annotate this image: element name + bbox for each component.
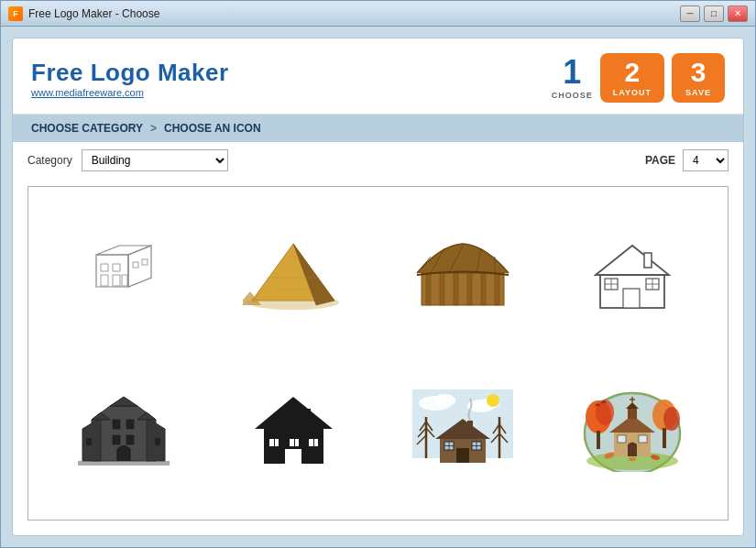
svg-rect-107	[628, 408, 637, 419]
svg-rect-23	[440, 273, 444, 305]
svg-rect-3	[101, 264, 108, 271]
pyramid-svg	[243, 236, 344, 314]
step-3-number: 3	[691, 59, 707, 86]
svg-marker-29	[596, 246, 669, 275]
step-2-label: LAYOUT	[613, 88, 652, 97]
svg-rect-58	[295, 439, 299, 446]
app-icon: F	[8, 6, 23, 21]
svg-rect-9	[142, 259, 148, 265]
window-title: Free Logo Maker - Choose	[28, 7, 680, 20]
svg-rect-47	[126, 435, 134, 444]
filter-bar: Category Building Animal Nature Technolo…	[13, 142, 743, 179]
minimize-button[interactable]: ─	[680, 5, 700, 22]
breadcrumb-step1[interactable]: CHOOSE Category	[31, 122, 143, 135]
svg-rect-55	[269, 439, 274, 446]
svg-rect-4	[113, 264, 120, 271]
page-select[interactable]: 1 2 3 4 5	[683, 149, 729, 171]
autumn-cabin-svg	[582, 389, 683, 472]
page-label: PAGE	[645, 154, 675, 167]
svg-rect-8	[133, 262, 138, 268]
svg-rect-7	[122, 275, 127, 286]
svg-rect-99	[663, 428, 666, 448]
svg-rect-21	[422, 273, 504, 305]
header: Free Logo Maker www.mediafreeware.com 1 …	[13, 38, 743, 115]
svg-rect-45	[126, 420, 134, 429]
svg-rect-112	[639, 435, 647, 443]
svg-rect-26	[481, 273, 486, 305]
filter-right: PAGE 1 2 3 4 5	[645, 149, 729, 171]
svg-point-65	[433, 394, 455, 407]
svg-rect-50	[78, 461, 170, 466]
svg-marker-41	[110, 397, 137, 406]
icon-dark-castle[interactable]	[43, 357, 205, 506]
svg-rect-24	[454, 273, 458, 305]
icon-winter-cabin[interactable]	[382, 357, 544, 506]
svg-point-100	[663, 407, 680, 431]
step-1: 1 CHOOSE	[552, 56, 593, 100]
dark-castle-svg	[78, 392, 170, 470]
step-3-label: SAVE	[685, 88, 711, 97]
svg-rect-111	[618, 435, 626, 443]
wireframe-building-svg	[78, 236, 170, 314]
breadcrumb-bar: CHOOSE Category > CHOOSE AN ICON	[13, 115, 743, 142]
category-label: Category	[27, 154, 72, 167]
icon-autumn-cabin[interactable]	[551, 357, 713, 506]
close-button[interactable]: ✕	[728, 5, 748, 22]
step-1-number: 1	[563, 56, 581, 89]
svg-rect-5	[101, 275, 108, 286]
svg-rect-27	[495, 273, 499, 305]
breadcrumb-step2[interactable]: CHOOSE AN ICON	[164, 122, 261, 135]
svg-rect-49	[155, 438, 160, 445]
svg-rect-96	[597, 431, 600, 449]
svg-rect-57	[290, 439, 294, 446]
icon-black-house[interactable]	[213, 357, 375, 506]
icon-temple[interactable]	[382, 202, 544, 350]
step-1-label: CHOOSE	[552, 91, 593, 100]
logo-link[interactable]: www.mediafreeware.com	[31, 87, 552, 98]
svg-rect-61	[285, 449, 301, 464]
svg-point-97	[596, 400, 614, 425]
winter-cabin-svg	[412, 389, 513, 472]
icon-pyramid[interactable]	[213, 202, 375, 350]
content-area: Free Logo Maker www.mediafreeware.com 1 …	[1, 27, 755, 547]
svg-rect-59	[309, 439, 313, 446]
svg-rect-46	[113, 435, 120, 444]
main-window: F Free Logo Maker - Choose ─ □ ✕ Free Lo…	[0, 0, 756, 548]
icon-simple-house[interactable]	[551, 202, 713, 350]
icons-grid	[27, 186, 729, 521]
filter-left: Category Building Animal Nature Technolo…	[27, 149, 228, 171]
svg-point-68	[487, 394, 499, 407]
step-2[interactable]: 2 LAYOUT	[600, 53, 664, 103]
svg-rect-91	[467, 421, 473, 433]
step-2-number: 2	[625, 59, 641, 86]
svg-rect-22	[426, 273, 431, 305]
main-panel: Free Logo Maker www.mediafreeware.com 1 …	[12, 38, 744, 536]
svg-rect-48	[86, 438, 92, 445]
svg-rect-36	[623, 289, 640, 308]
app-logo-title: Free Logo Maker	[31, 59, 552, 87]
svg-rect-56	[275, 439, 279, 446]
svg-rect-84	[456, 448, 469, 463]
step-3[interactable]: 3 SAVE	[672, 53, 725, 103]
svg-point-104	[629, 457, 636, 461]
title-bar: F Free Logo Maker - Choose ─ □ ✕	[1, 1, 755, 27]
svg-rect-25	[467, 273, 472, 305]
svg-rect-37	[644, 253, 652, 268]
temple-svg	[412, 236, 513, 314]
svg-rect-62	[303, 409, 311, 425]
logo-text-area: Free Logo Maker www.mediafreeware.com	[31, 59, 552, 98]
category-select[interactable]: Building Animal Nature Technology People	[82, 149, 228, 171]
svg-rect-44	[113, 420, 120, 429]
icons-grid-container	[13, 179, 743, 535]
window-controls: ─ □ ✕	[680, 5, 748, 22]
breadcrumb-sep: >	[150, 122, 157, 135]
steps-area: 1 CHOOSE 2 LAYOUT 3 SAVE	[552, 53, 725, 103]
svg-rect-60	[314, 439, 318, 446]
svg-marker-2	[96, 246, 151, 255]
black-house-svg	[250, 392, 337, 470]
icon-wireframe-building[interactable]	[43, 202, 205, 350]
svg-marker-1	[128, 246, 151, 287]
maximize-button[interactable]: □	[704, 5, 724, 22]
simple-house-svg	[586, 236, 678, 314]
svg-rect-6	[113, 275, 120, 286]
